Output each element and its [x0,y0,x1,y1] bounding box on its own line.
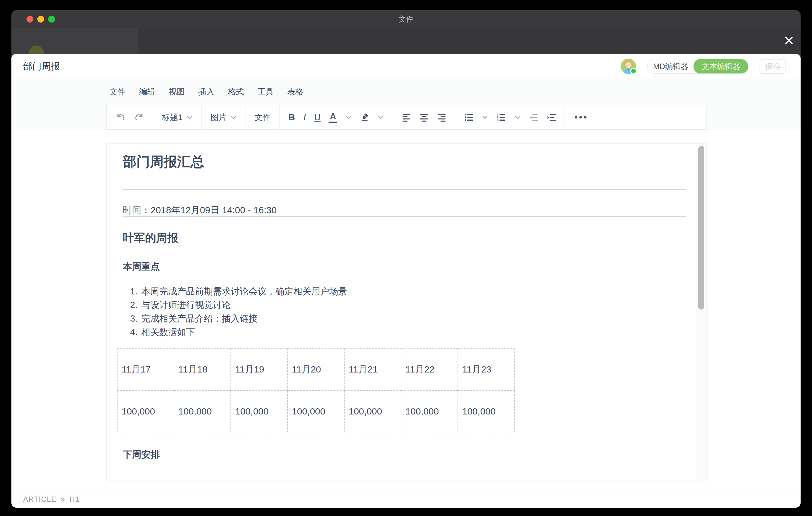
doc-header: 部门周报 MD编辑器 文本编辑器 保存 [11,54,801,79]
menu-file[interactable]: 文件 [110,86,125,97]
close-window-button[interactable] [27,16,33,23]
bullet-list-icon[interactable] [464,113,473,122]
menu-insert[interactable]: 插入 [198,86,214,97]
doc-heading-2[interactable]: 叶军的周报 [123,231,687,245]
menubar: 文件 编辑 视图 插入 格式 工具 表格 [11,79,801,105]
align-right-icon[interactable] [437,113,446,122]
doc-heading-next-week[interactable]: 下周安排 [123,449,687,461]
align-left-icon[interactable] [402,113,411,122]
editor-modal: 部门周报 MD编辑器 文本编辑器 保存 [11,54,801,508]
screen: 文件 部门周报 [0,0,812,516]
table-cell[interactable]: 100,000 [344,391,401,432]
table-cell[interactable]: 11月23 [458,349,515,391]
statusbar: ARTICLE » H1 [11,490,801,508]
list-item[interactable]: 完成相关产品介绍：插入链接 [140,312,687,325]
document-page[interactable]: 部门周报汇总 时间：2018年12月09日 14:00 - 16:30 叶军的周… [107,143,706,480]
table-cell[interactable]: 100,000 [401,391,458,432]
table-cell[interactable]: 100,000 [458,391,515,432]
chevron-down-icon[interactable] [482,114,488,121]
menu-format[interactable]: 格式 [228,86,244,97]
header-controls: MD编辑器 文本编辑器 保存 [621,54,786,79]
online-status-dot [630,68,637,75]
list-item[interactable]: 与设计师进行视觉讨论 [140,298,687,312]
doc-time-line[interactable]: 时间：2018年12月09日 14:00 - 16:30 [123,204,687,216]
md-editor-button[interactable]: MD编辑器 [647,59,694,74]
numbered-list-icon[interactable]: 1 2 3 [496,113,506,122]
scrollbar-track[interactable] [696,143,706,480]
indent-icon[interactable] [546,113,556,122]
font-color-letter: A [330,112,336,121]
toolbar-image-group: 图片 [202,105,246,129]
breadcrumb-article: ARTICLE [23,495,56,504]
font-color-swatch [328,122,337,123]
ellipsis-icon[interactable] [574,116,588,118]
close-icon[interactable] [782,34,796,47]
highlight-color-button[interactable] [360,113,369,121]
heading-dropdown[interactable]: 标题1 [162,112,193,123]
zoom-window-button[interactable] [48,16,55,23]
breadcrumb-h1: H1 [69,495,80,504]
doc-numbered-list: 本周完成产品前期需求讨论会议，确定相关用户场景 与设计师进行视觉讨论 完成相关产… [123,285,687,339]
chevron-down-icon[interactable] [514,114,521,121]
save-button[interactable]: 保存 [759,59,786,74]
app-window: 文件 部门周报 [11,10,801,508]
chevron-down-icon[interactable] [345,114,352,121]
doc-heading-1[interactable]: 部门周报汇总 [123,154,687,169]
toolbar-align-group [393,105,455,129]
list-item[interactable]: 本周完成产品前期需求讨论会议，确定相关用户场景 [140,285,687,298]
table-cell[interactable]: 11月20 [288,349,344,391]
bold-button[interactable]: B [288,112,295,122]
toolbar-more-group [565,105,596,129]
toolbar-band: 标题1 图片 文件 B [11,105,801,131]
attach-file-button[interactable]: 文件 [255,112,270,123]
table-row: 100,000 100,000 100,000 100,000 100,000 … [117,391,515,432]
breadcrumb-separator: » [61,495,65,504]
font-color-button[interactable]: A [328,112,337,123]
titlebar: 文件 [11,10,801,28]
toolbar-list-group: 1 2 3 [455,105,565,129]
doc-table: 11月17 11月18 11月19 11月20 11月21 11月22 11月2… [117,348,515,432]
menu-view[interactable]: 视图 [169,86,185,97]
table-cell[interactable]: 100,000 [174,391,231,432]
backdrop [11,28,801,54]
heading-dropdown-label: 标题1 [162,112,182,123]
table-cell[interactable]: 100,000 [288,391,344,432]
menu-tools[interactable]: 工具 [258,86,274,97]
menu-table[interactable]: 表格 [287,86,303,97]
chevron-down-icon[interactable] [377,114,384,121]
table-cell[interactable]: 100,000 [117,391,174,432]
table-cell[interactable]: 11月22 [401,349,458,391]
divider [123,189,687,190]
italic-button[interactable]: I [303,112,306,123]
table-cell[interactable]: 11月17 [117,349,174,391]
list-item[interactable]: 相关数据如下 [140,325,687,339]
editor-content: 部门周报汇总 时间：2018年12月09日 14:00 - 16:30 叶军的周… [11,130,801,490]
scrollbar-thumb[interactable] [698,146,704,310]
outdent-icon[interactable] [529,113,538,122]
table-cell[interactable]: 11月21 [344,349,401,391]
table-cell[interactable]: 11月19 [231,349,288,391]
editor-mode-toggle: MD编辑器 文本编辑器 [647,59,749,74]
doc-heading-week-focus[interactable]: 本周重点 [123,260,687,273]
toolbar: 标题1 图片 文件 B [107,105,706,130]
text-editor-button[interactable]: 文本编辑器 [694,59,749,74]
table-row: 11月17 11月18 11月19 11月20 11月21 11月22 11月2… [117,349,515,391]
table-cell[interactable]: 11月18 [174,349,231,391]
minimize-window-button[interactable] [37,16,44,23]
redo-icon[interactable] [134,112,144,122]
chevron-down-icon [186,114,193,121]
image-dropdown-label: 图片 [210,112,227,123]
table-cell[interactable]: 100,000 [231,391,288,432]
underline-button[interactable]: U [314,112,321,122]
toolbar-format-group: B I U A [280,105,393,129]
image-dropdown[interactable]: 图片 [210,112,237,123]
page-title: 部门周报 [23,54,60,79]
undo-icon[interactable] [115,112,126,122]
svg-text:3: 3 [497,118,498,122]
align-center-icon[interactable] [419,113,429,122]
menu-edit[interactable]: 编辑 [139,86,155,97]
avatar[interactable] [621,59,636,74]
chevron-down-icon [230,114,237,121]
divider [123,216,687,217]
toolbar-heading-group: 标题1 [153,105,202,129]
